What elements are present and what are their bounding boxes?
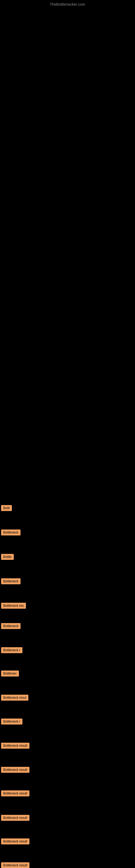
bottleneck-result-item: Bottleneck result <box>1 814 30 823</box>
bottleneck-result-item: Bottl <box>1 504 12 513</box>
bottleneck-badge: Bottleneck result <box>1 790 30 796</box>
bottleneck-result-item: Bottleneck res <box>1 601 26 611</box>
bottleneck-badge: Bottleneck result <box>1 862 30 868</box>
bottleneck-badge: Bottleneck <box>1 623 20 629</box>
bottleneck-result-item: Bottleneck result <box>1 742 30 751</box>
bottleneck-result-item: Bottle <box>1 553 14 562</box>
bottleneck-badge: Bottleneck resul <box>1 695 28 701</box>
bottleneck-result-item: Bottleneck result <box>1 837 30 846</box>
bottleneck-result-item: Bottlenec <box>1 670 19 679</box>
bottleneck-result-item: Bottleneck r <box>1 646 22 655</box>
bottleneck-result-item: Bottleneck r <box>1 717 22 727</box>
bottleneck-badge: Bottleneck result <box>1 815 30 821</box>
bottleneck-result-item: Bottleneck <box>1 528 20 538</box>
bottleneck-result-item: Bottleneck <box>1 577 20 586</box>
bottleneck-badge: Bottlenec <box>1 671 19 677</box>
bottleneck-badge: Bottleneck <box>1 578 20 584</box>
bottleneck-badge: Bottleneck result <box>1 743 30 749</box>
bottleneck-result-item: Bottleneck <box>1 622 20 631</box>
bottleneck-result-item: Bottleneck resul <box>1 693 28 703</box>
site-title: TheBottlenecker.com <box>0 0 135 8</box>
bottleneck-badge: Bottle <box>1 554 14 560</box>
bottleneck-badge: Bottl <box>1 505 12 511</box>
bottleneck-badge: Bottleneck <box>1 529 20 535</box>
bottleneck-result-item: Bottleneck result <box>1 766 30 775</box>
bottleneck-badge: Bottleneck result <box>1 767 30 773</box>
bottleneck-result-item: Bottleneck result <box>1 861 30 868</box>
bottleneck-badge: Bottleneck r <box>1 647 22 653</box>
bottleneck-badge: Bottleneck r <box>1 718 22 724</box>
bottleneck-result-item: Bottleneck result <box>1 789 30 799</box>
bottleneck-badge: Bottleneck res <box>1 603 26 609</box>
bottleneck-badge: Bottleneck result <box>1 838 30 844</box>
